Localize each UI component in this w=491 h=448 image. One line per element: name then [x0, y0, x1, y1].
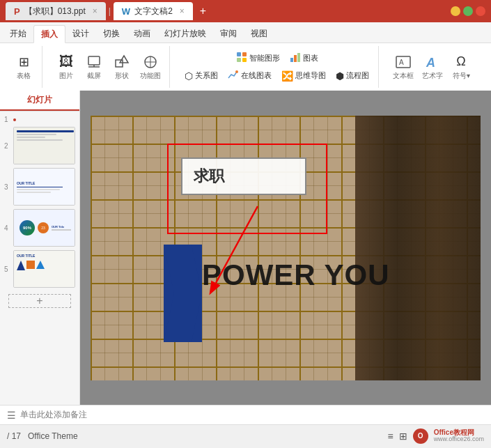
window-controls: [451, 6, 485, 16]
picture-button[interactable]: 🖼 图片: [54, 52, 79, 82]
tab-start[interactable]: 开始: [3, 24, 33, 43]
ribbon-content: ⊞ 表格 🖼 图片 截屏 形状: [0, 43, 491, 91]
table-icon: ⊞: [15, 54, 32, 70]
slide-number: / 17: [7, 431, 21, 441]
slide-canvas: 求职 POWER YOU: [91, 116, 481, 380]
minimize-button[interactable]: [451, 6, 460, 16]
tab-transition[interactable]: 切换: [96, 24, 127, 43]
mindmap-button[interactable]: 🔀 思维导图: [278, 69, 329, 83]
thumb-4-circle2: 23: [38, 222, 49, 233]
tab-animation[interactable]: 动画: [127, 24, 157, 43]
tab-slideshow[interactable]: 幻灯片放映: [157, 24, 213, 43]
bottom-bar: / 17 Office Theme ≡ ⊞ O Office教程网 www.of…: [0, 424, 491, 447]
tab-close-icon[interactable]: ×: [93, 6, 98, 16]
relation-label: 关系图: [195, 70, 218, 81]
slide-5-num: 5: [4, 265, 11, 273]
slide-thumb-5[interactable]: OUR TITLE: [13, 250, 75, 288]
ppt-icon: P: [14, 6, 20, 17]
thumb-3-text1: [17, 189, 60, 190]
slide-1-num: 1: [4, 116, 11, 123]
thumb-5-shapes: [17, 261, 74, 270]
diagrams-row1: 智能图形 图表: [233, 50, 322, 66]
word-filename: 文字文稿2: [134, 6, 173, 17]
svg-rect-14: [297, 53, 300, 62]
screenshot-label: 截屏: [87, 71, 101, 81]
smartart-label: 智能图形: [249, 53, 280, 63]
svg-rect-12: [290, 58, 293, 62]
slide-thumbnails: 1 求职 POWER YOUR 2: [0, 111, 79, 405]
svg-rect-8: [237, 52, 241, 56]
onlinechart-label: 在线图表: [241, 70, 272, 81]
screenshot-button[interactable]: 截屏: [81, 52, 107, 82]
table-button[interactable]: ⊞ 表格: [11, 52, 36, 82]
smartart-button[interactable]: 智能图形: [233, 50, 283, 66]
diagrams-row2: ⬡ 关系图 在线图表 🔀 思维导图 ⬢ 流程图: [181, 68, 373, 84]
blue-shape: [164, 245, 202, 342]
thumb-2-line3: [17, 137, 45, 138]
word-tab[interactable]: W 文字文稿2 ×: [114, 2, 193, 20]
slide-thumb-3[interactable]: OUR TITLE: [13, 168, 75, 206]
picture-icon: 🖼: [58, 54, 75, 70]
relation-button[interactable]: ⬡ 关系图: [181, 69, 221, 83]
word-tab-close-icon[interactable]: ×: [180, 6, 185, 16]
notes-bar[interactable]: ☰ 单击此处添加备注: [0, 405, 491, 424]
flowchart-button[interactable]: ⬢ 流程图: [332, 69, 373, 83]
shape-icon: [114, 54, 130, 70]
close-button[interactable]: [476, 6, 485, 16]
wordart-label: 艺术字: [422, 71, 443, 81]
svg-rect-0: [88, 56, 100, 65]
svg-text:A: A: [426, 56, 435, 70]
sidebar-tab-slides[interactable]: 幻灯片: [0, 91, 79, 111]
thumb-2-bg: [14, 128, 75, 164]
chart-button[interactable]: 图表: [286, 50, 322, 66]
slide-1-container: 1 求职 POWER YOUR: [4, 116, 75, 123]
screenshot-icon: [86, 54, 102, 70]
mindmap-icon: 🔀: [281, 70, 293, 82]
title-textbox[interactable]: 求职: [181, 157, 306, 195]
tab-review[interactable]: 审阅: [213, 24, 244, 43]
tab-design[interactable]: 设计: [65, 24, 96, 43]
funcimg-button[interactable]: 功能图: [137, 52, 164, 82]
shape-label: 形状: [115, 71, 129, 81]
textbox-button[interactable]: A 文本框: [390, 52, 416, 82]
thumb-5-title: OUR TITLE: [17, 254, 74, 258]
slide-3-num: 3: [4, 183, 11, 191]
svg-rect-11: [242, 58, 247, 62]
slide-thumb-2[interactable]: [13, 127, 75, 164]
thumb-5-shape1: [17, 261, 25, 270]
sidebar-header: 幻灯片: [0, 91, 79, 111]
add-slide-button[interactable]: +: [8, 294, 71, 308]
thumb-4-line: [52, 229, 71, 231]
new-tab-button[interactable]: +: [196, 5, 210, 17]
onlinechart-icon: [228, 69, 239, 82]
chart-icon: [290, 52, 301, 65]
thumb-3-line: [17, 187, 63, 187]
relation-icon: ⬡: [185, 70, 193, 82]
ppt-tab[interactable]: P 【求职】013.ppt ×: [6, 2, 106, 20]
tab-insert[interactable]: 插入: [33, 25, 65, 43]
slide-thumb-4[interactable]: 90% 23 OUR Title: [13, 209, 75, 247]
view-icon-grid[interactable]: ⊞: [399, 431, 407, 442]
symbol-button[interactable]: Ω 符号▾: [449, 52, 474, 82]
thumb-5-shape2: [26, 261, 35, 269]
flowchart-label: 流程图: [346, 70, 369, 81]
slide-thumb-1[interactable]: 求职 POWER YOUR: [13, 118, 16, 121]
word-icon: W: [122, 6, 130, 17]
onlinechart-button[interactable]: 在线图表: [224, 68, 275, 84]
symbol-icon: Ω: [453, 54, 469, 70]
maximize-button[interactable]: [463, 6, 473, 16]
tab-view[interactable]: 视图: [244, 24, 274, 43]
thumb-3-text2: [17, 192, 51, 193]
wordart-button[interactable]: A 艺术字: [419, 52, 446, 82]
red-arrow: [202, 199, 293, 297]
smartart-icon: [236, 52, 247, 65]
svg-rect-13: [294, 55, 297, 62]
tab-divider: |: [109, 6, 111, 16]
svg-line-21: [216, 206, 258, 283]
view-icon-normal[interactable]: ≡: [387, 431, 393, 442]
symbol-label: 符号▾: [453, 71, 470, 81]
thumb-3-title: OUR TITLE: [17, 181, 35, 185]
shape-button[interactable]: 形状: [109, 52, 134, 82]
funcimg-label: 功能图: [140, 71, 161, 81]
ribbon-group-table: ⊞ 表格: [6, 46, 42, 88]
